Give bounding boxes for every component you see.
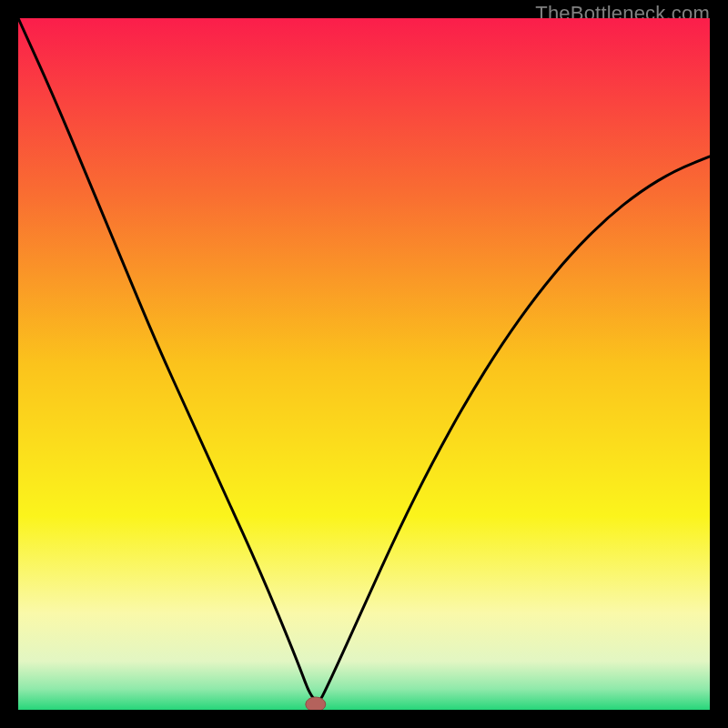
- bottleneck-plot: [18, 18, 710, 710]
- optimal-point-marker: [306, 697, 326, 710]
- chart-frame: TheBottleneck.com: [0, 0, 728, 728]
